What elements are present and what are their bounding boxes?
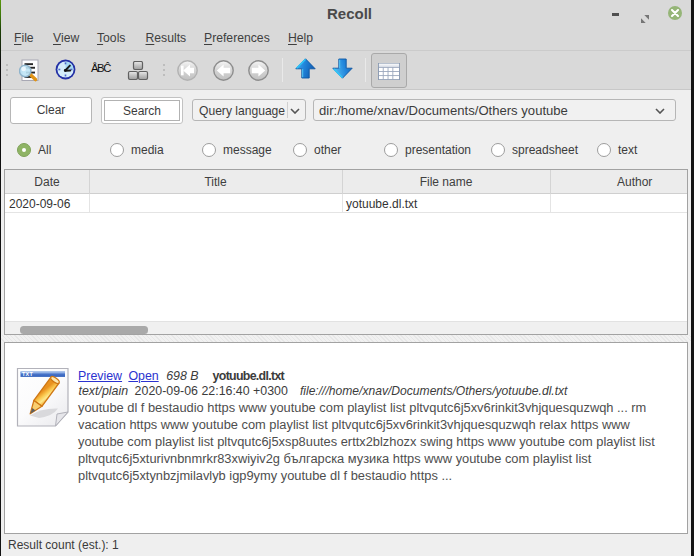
svg-text:TXT: TXT [22, 371, 33, 377]
